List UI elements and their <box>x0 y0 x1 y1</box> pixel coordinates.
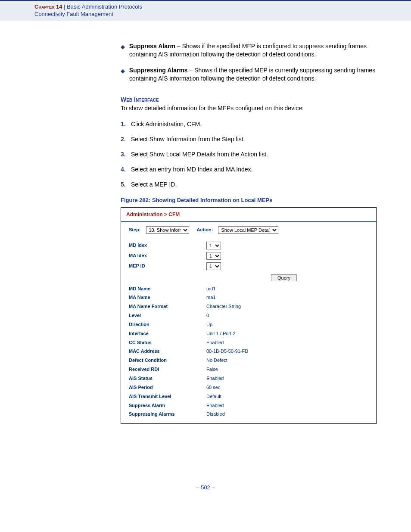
step-number: 5. <box>121 180 131 189</box>
ma-index-select[interactable]: 1 <box>206 252 221 260</box>
field-value: Up <box>206 321 212 328</box>
bullet-text: Suppressing Alarms – Shows if the specif… <box>129 66 377 83</box>
field-label: MD Idex <box>129 242 206 249</box>
field-value: Character String <box>206 303 241 310</box>
field-label: MAC Address <box>129 348 206 355</box>
bullet-item: ◆ Suppress Alarm – Shows if the specifie… <box>121 42 377 59</box>
field-label: AIS Transmit Level <box>129 393 206 400</box>
bullet-text: Suppress Alarm – Shows if the specified … <box>129 42 377 59</box>
field-label: CC Status <box>129 339 206 346</box>
step-item: 2.Select Show Information from the Step … <box>121 135 377 143</box>
top-controls: Step: 10. Show Information Action: Show … <box>129 226 368 234</box>
field-label: MD Name <box>129 286 206 292</box>
field-value: Enabled <box>206 375 224 382</box>
diamond-icon: ◆ <box>121 43 125 59</box>
field-value: Default <box>206 393 221 400</box>
field-label: Level <box>129 312 206 319</box>
intro-text: To show detailed information for the MEP… <box>121 104 377 112</box>
step-number: 2. <box>121 135 131 143</box>
field-label: AIS Period <box>129 384 206 391</box>
field-value: md1 <box>206 286 215 292</box>
step-label: Step: <box>129 227 141 233</box>
chapter-label: Chapter 14 <box>34 3 62 10</box>
step-number: 1. <box>121 120 131 128</box>
step-item: 5.Select a MEP ID. <box>121 180 377 189</box>
page-number: – 502 – <box>0 484 411 491</box>
field-value: Unit 1 / Port 2 <box>206 330 235 337</box>
field-value: Disabled <box>206 411 225 417</box>
step-item: 3.Select Show Local MEP Details from the… <box>121 150 377 159</box>
step-item: 4.Select an entry from MD Index and MA I… <box>121 165 377 174</box>
figure-caption: Figure 282: Showing Detailed Information… <box>121 196 377 204</box>
field-value: False <box>206 366 218 373</box>
step-text: Click Administration, CFM. <box>131 120 202 128</box>
step-text: Select a MEP ID. <box>131 180 177 189</box>
field-label: Suppressing Alarms <box>129 411 206 417</box>
field-label: MEP ID <box>129 263 206 269</box>
chapter-title: Basic Administration Protocols <box>67 3 142 10</box>
page-content: ◆ Suppress Alarm – Shows if the specifie… <box>121 42 377 424</box>
field-label: MA Name Format <box>129 303 206 310</box>
ui-screenshot: Administration > CFM Step: 10. Show Info… <box>121 207 377 424</box>
step-select[interactable]: 10. Show Information <box>146 226 189 234</box>
chapter-subtitle: Connectivity Fault Management <box>34 11 411 17</box>
field-value: 00-1B-D5-50-91-FD <box>206 348 248 355</box>
field-label: MA Name <box>129 294 206 301</box>
diamond-icon: ◆ <box>121 67 125 83</box>
field-label: Defect Condition <box>129 357 206 364</box>
chapter-separator: | <box>62 3 67 10</box>
step-text: Select an entry from MD Index and MA Ind… <box>131 165 252 174</box>
bullet-item: ◆ Suppressing Alarms – Shows if the spec… <box>121 66 377 83</box>
breadcrumb: Administration > CFM <box>121 208 376 221</box>
field-label: Suppress Alarm <box>129 402 206 409</box>
field-value: 0 <box>206 312 209 319</box>
action-label: Action: <box>197 227 213 233</box>
field-label: Interface <box>129 330 206 337</box>
step-text: Select Show Information from the Step li… <box>131 135 245 143</box>
step-number: 3. <box>121 150 131 159</box>
field-label: MA Idex <box>129 252 206 259</box>
query-button[interactable]: Query <box>271 274 297 281</box>
page-header: Chapter 14 | Basic Administration Protoc… <box>0 0 411 21</box>
field-value: ma1 <box>206 294 215 301</box>
field-value: 60 sec <box>206 384 220 391</box>
action-select[interactable]: Show Local MEP Details <box>218 226 278 234</box>
field-value: No Defect <box>206 357 227 364</box>
step-text: Select Show Local MEP Details from the A… <box>131 150 268 159</box>
step-item: 1.Click Administration, CFM. <box>121 120 377 128</box>
md-index-select[interactable]: 1 <box>206 242 221 249</box>
field-label: AIS Status <box>129 375 206 382</box>
field-label: Received RDI <box>129 366 206 373</box>
field-value: Enabled <box>206 339 224 346</box>
step-number: 4. <box>121 165 131 174</box>
section-heading: Web Interface <box>121 96 377 104</box>
mep-id-select[interactable]: 1 <box>206 262 221 270</box>
field-value: Enabled <box>206 402 224 409</box>
field-label: Direction <box>129 321 206 328</box>
